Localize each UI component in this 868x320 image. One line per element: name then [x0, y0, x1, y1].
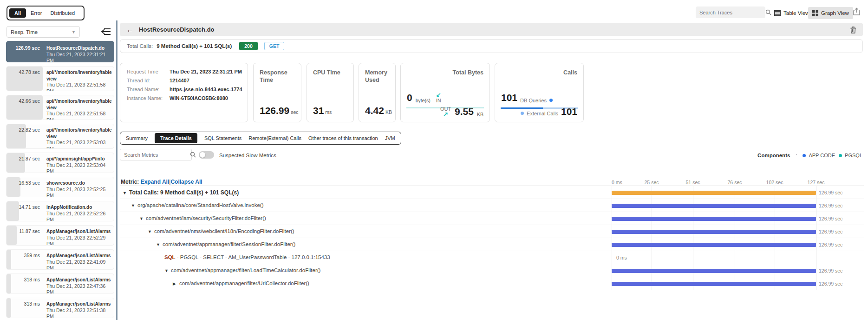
trace-name: AppManager/json/ListAlarms	[46, 253, 113, 259]
tab-remote-external-calls[interactable]: Remote(External) Calls	[248, 135, 301, 141]
caret-down-icon[interactable]: ▼	[123, 191, 129, 195]
axis-tick: 102 sec	[766, 180, 783, 185]
tab-sql-statements[interactable]: SQL Statements	[204, 135, 241, 141]
collapse-sidebar-icon[interactable]	[100, 27, 111, 37]
search-traces-input[interactable]	[699, 10, 765, 15]
axis-tick: 76 sec	[728, 180, 742, 185]
timeline-bar[interactable]	[612, 243, 816, 247]
tree-row-method[interactable]: ▼com/adventnet/appmanager/filter/Session…	[120, 238, 864, 251]
tree-row-label: - PGSQL - SELECT - AM_UserPasswordTable …	[176, 254, 330, 260]
caret-down-icon[interactable]: ▼	[164, 268, 171, 273]
arrow-in-icon: ↙	[436, 92, 441, 98]
tab-trace-details[interactable]: Trace Details	[155, 133, 197, 143]
total-bytes-title: Total Bytes	[453, 69, 483, 76]
table-view-button[interactable]: Table View	[770, 7, 813, 19]
trace-name: AppManager/json/ListAlarms	[46, 301, 113, 307]
trace-list-item[interactable]: 126.99 sec HostResourceDispatch.do Thu D…	[6, 41, 114, 62]
caret-down-icon[interactable]: ▼	[139, 216, 146, 221]
chevron-down-icon: ▼	[72, 30, 76, 34]
trace-list-item[interactable]: 42.78 sec api/*/monitors/inventory/table…	[6, 66, 114, 91]
caret-down-icon[interactable]: ▼	[131, 203, 137, 208]
graph-view-icon	[812, 10, 818, 16]
caret-down-icon[interactable]: ▼	[156, 242, 163, 247]
tree-row-method[interactable]: ▶com/adventnet/appmanager/filter/UriColl…	[120, 277, 864, 290]
caret-right-icon[interactable]: ▶	[173, 281, 179, 286]
row-duration: 126.99 sec	[819, 216, 842, 221]
app-code-dot-icon	[803, 154, 806, 157]
timeline-bar[interactable]	[612, 191, 816, 195]
timeline-bar[interactable]	[612, 217, 816, 221]
search-metrics-input[interactable]	[124, 152, 190, 158]
timeline-bar[interactable]	[612, 230, 816, 234]
trace-list-item[interactable]: 22.82 sec api/*/monitors/inventory/table…	[6, 124, 114, 149]
trace-list-item[interactable]: 11.87 sec AppManager/json/ListAlarms Thu…	[6, 225, 114, 246]
response-time-title: Response Time	[260, 69, 292, 84]
info-value: Thu Dec 21, 2023 22:31:21 PM	[170, 69, 242, 75]
timeline-bar[interactable]	[612, 282, 816, 286]
axis-tick: 0 ms	[612, 180, 622, 185]
trace-name: api/*/monitors/inventory/tableview	[46, 69, 113, 82]
timeline-bar[interactable]	[612, 204, 816, 208]
trace-list-item[interactable]: 42.66 sec api/*/monitors/inventory/table…	[6, 95, 114, 120]
share-icon[interactable]	[853, 7, 861, 16]
back-arrow-icon[interactable]: ←	[126, 26, 133, 33]
graph-view-button[interactable]: Graph View	[808, 7, 853, 19]
trace-list-item[interactable]: 359 ms AppManager/json/ListAlarms Thu De…	[6, 249, 114, 270]
tree-row-total-calls[interactable]: ▼Total Calls: 9 Method Call(s) + 101 SQL…	[120, 186, 864, 199]
legend-app-code: APP CODE	[803, 153, 835, 158]
trace-name: AppManager/json/ListAlarms	[46, 228, 113, 235]
total-calls-summary: Total Calls: 9 Method Call(s) + 101 SQL(…	[120, 39, 863, 53]
collapse-all-link[interactable]: Collapse All	[170, 179, 202, 185]
suspected-slow-metrics-toggle[interactable]	[199, 151, 214, 159]
trace-timestamp: Thu Dec 21, 2023 22:53:04 PM	[46, 162, 113, 173]
trace-timestamp: Thu Dec 21, 2023 22:51:58 PM	[46, 82, 113, 91]
search-metrics-box	[120, 149, 192, 160]
sort-dropdown-value: Resp. Time	[11, 29, 38, 35]
tree-row-sql[interactable]: SQL - PGSQL - SELECT - AM_UserPasswordTa…	[120, 251, 864, 264]
trace-timestamp: Thu Dec 21, 2023 22:52:29 PM	[46, 235, 113, 246]
axis-tick: 127 sec	[808, 180, 825, 185]
trace-list-item[interactable]: 16.53 sec showresource.do Thu Dec 21, 20…	[6, 177, 114, 197]
tab-summary[interactable]: Summary	[126, 135, 148, 141]
delete-trace-icon[interactable]	[850, 26, 856, 33]
filter-tab-distributed[interactable]: Distributed	[47, 8, 79, 18]
trace-name: api/*/monitors/inventory/tableview	[46, 127, 113, 140]
timeline-bar[interactable]	[612, 269, 816, 273]
info-label: Instance Name:	[127, 95, 170, 101]
trace-list-item[interactable]: 313 ms AppManager/json/ListAlarms Thu De…	[6, 298, 114, 318]
tree-row-method[interactable]: ▼org/apache/catalina/core/StandardHostVa…	[120, 199, 864, 212]
trace-duration: 126.99 sec	[7, 45, 40, 51]
page-title: HostResourceDispatch.do	[139, 26, 215, 33]
suspected-slow-metrics-label: Suspected Slow Metrics	[219, 153, 276, 158]
filter-tab-error[interactable]: Error	[27, 8, 46, 18]
memory-used-title: Memory Used	[365, 69, 398, 84]
trace-list-item[interactable]: 14.71 sec inAppNotification.do Thu Dec 2…	[6, 201, 114, 221]
bytes-in-value: 0	[407, 92, 412, 103]
tree-row-label: org/apache/catalina/core/StandardHostVal…	[137, 202, 263, 208]
tree-row-label: com/adventnet/appmanager/filter/LoadTime…	[171, 267, 320, 273]
bytes-out-value: 9.55	[455, 106, 474, 117]
expand-all-link[interactable]: Expand All	[141, 179, 170, 185]
tree-row-method[interactable]: ▼com/adventnet/iam/security/SecurityFilt…	[120, 212, 864, 225]
row-duration: 126.99 sec	[819, 203, 842, 208]
trace-list: 126.99 sec HostResourceDispatch.do Thu D…	[6, 41, 114, 320]
cpu-time-unit: ms	[325, 109, 332, 115]
axis-tick: 51 sec	[686, 180, 700, 185]
memory-used-card: Memory Used 4.42KB	[359, 63, 396, 122]
tab-jvm[interactable]: JVM	[385, 135, 395, 141]
bytes-in-unit: byte(s)	[416, 98, 431, 103]
info-value: 1214407	[170, 78, 189, 84]
tab-other-traces[interactable]: Other traces of this transaction	[308, 135, 378, 141]
tree-row-method[interactable]: ▼com/adventnet/nms/webclient/i18n/Encodi…	[120, 225, 864, 238]
trace-timestamp: Thu Dec 21, 2023 22:52:26 PM	[46, 211, 113, 222]
tree-row-method[interactable]: ▼com/adventnet/appmanager/filter/LoadTim…	[120, 264, 864, 277]
status-code-badge: 200	[239, 42, 258, 50]
filter-tab-all[interactable]: All	[9, 8, 26, 18]
caret-down-icon[interactable]: ▼	[148, 229, 154, 234]
sort-dropdown[interactable]: Resp. Time ▼	[7, 26, 80, 38]
pgsql-dot-icon	[839, 154, 842, 157]
trace-duration: 11.87 sec	[7, 228, 40, 234]
external-calls-value: 101	[561, 106, 577, 117]
trace-list-item[interactable]: 21.87 sec api/*/apminsight/app/*/info Th…	[6, 153, 114, 173]
trace-list-item[interactable]: 318 ms AppManager/json/ListAlarms Thu De…	[6, 273, 114, 294]
